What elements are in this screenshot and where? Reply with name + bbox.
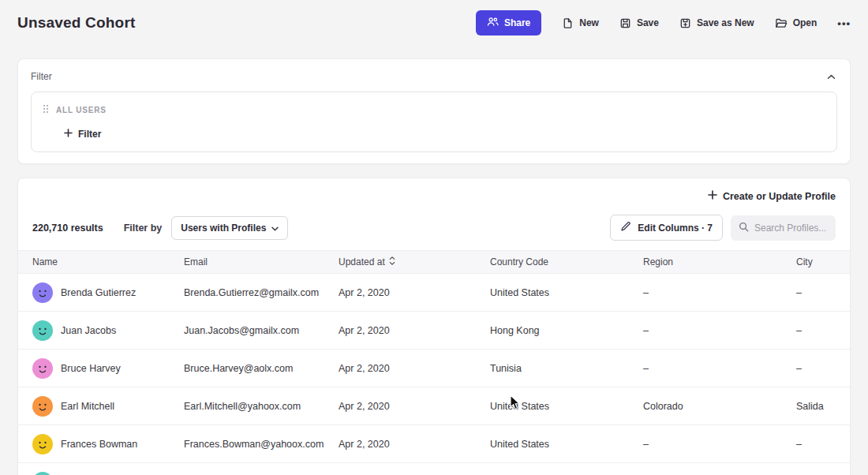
search-icon [739,221,749,235]
avatar [32,472,53,475]
save-button-label: Save [637,17,659,28]
cell-email: Frances.Bowman@yahoox.com [184,439,339,450]
column-header-region[interactable]: Region [643,256,796,267]
filter-card: Filter ALL USERS Filter [17,58,851,164]
cell-region: – [643,363,796,374]
search-profiles-box[interactable] [731,215,836,241]
cell-name: Bruce Harvey [61,363,121,374]
table-row[interactable]: Bruce Harvey Bruce.Harvey@aolx.com Apr 2… [18,350,850,387]
table-row-partial[interactable] [18,463,850,475]
results-card: Create or Update Profile 220,710 results… [17,178,851,475]
save-as-new-button[interactable]: Save as New [679,17,754,29]
results-count: 220,710 results [32,223,103,234]
share-button[interactable]: Share [476,10,541,36]
column-header-name[interactable]: Name [32,256,184,267]
cell-city: – [796,325,836,336]
new-button[interactable]: New [562,17,599,29]
cell-email: Brenda.Gutierrez@gmailx.com [184,287,339,298]
cell-updated-at: Apr 2, 2020 [339,439,490,450]
share-button-label: Share [504,17,530,28]
cell-region: – [643,325,796,336]
cell-city: – [796,287,836,298]
top-bar: Unsaved Cohort Share New [0,0,868,46]
plus-icon [64,129,73,140]
toolbar: Share New Save Save [476,10,851,36]
cell-region: – [643,439,796,450]
edit-columns-label: Edit Columns · 7 [638,223,713,234]
share-users-icon [487,17,499,29]
cell-updated-at: Apr 2, 2020 [339,325,490,336]
open-button[interactable]: Open [775,17,817,29]
cell-region: – [643,287,796,298]
table-body: Brenda Gutierrez Brenda.Gutierrez@gmailx… [18,274,850,463]
chevron-up-icon [827,70,836,82]
cell-updated-at: Apr 2, 2020 [339,363,490,374]
avatar [32,396,53,417]
cell-country-code: United States [490,287,643,298]
open-folder-icon [775,17,788,29]
table-row[interactable]: Frances Bowman Frances.Bowman@yahoox.com… [18,425,850,463]
profiles-filter-dropdown[interactable]: Users with Profiles [171,216,288,240]
table-row[interactable]: Juan Jacobs Juan.Jacobs@gmailx.com Apr 2… [18,312,850,350]
cell-city: – [796,363,836,374]
column-header-country-code[interactable]: Country Code [490,256,643,267]
sort-icon[interactable] [389,256,395,267]
cell-country-code: United States [490,439,643,450]
cell-name: Earl Mitchell [61,401,114,412]
more-options-button[interactable]: ••• [837,17,851,29]
table-header: Name Email Updated at Country Code Regio… [18,250,850,274]
cell-city: – [796,439,836,450]
avatar [32,282,53,303]
column-header-updated-at[interactable]: Updated at [339,256,490,267]
filter-card-label: Filter [31,71,52,82]
cell-name-wrap: Juan Jacobs [32,320,184,341]
edit-columns-button[interactable]: Edit Columns · 7 [610,215,723,241]
search-profiles-input[interactable] [754,223,828,234]
create-or-update-profile-label: Create or Update Profile [723,191,836,202]
open-button-label: Open [793,17,817,28]
filter-group: ALL USERS Filter [31,92,837,152]
avatar [32,358,53,379]
cell-name: Brenda Gutierrez [61,287,136,298]
table-row[interactable]: Brenda Gutierrez Brenda.Gutierrez@gmailx… [18,274,850,312]
add-filter-label: Filter [78,129,101,140]
cell-email: Juan.Jacobs@gmailx.com [184,325,339,336]
column-header-email[interactable]: Email [184,256,339,267]
save-as-new-icon [679,17,691,29]
add-filter-button[interactable]: Filter [64,129,101,140]
all-users-label: ALL USERS [56,106,107,114]
save-button[interactable]: Save [619,17,659,29]
cell-country-code: United States [490,401,643,412]
cell-email: Bruce.Harvey@aolx.com [184,363,339,374]
new-document-icon [562,17,574,29]
collapse-filter-button[interactable] [825,69,837,84]
profiles-filter-dropdown-value: Users with Profiles [181,223,266,234]
cell-name: Frances Bowman [61,439,137,450]
cell-name-wrap: Frances Bowman [32,434,184,454]
create-or-update-profile-button[interactable]: Create or Update Profile [708,190,836,202]
avatar [32,320,53,341]
page-title: Unsaved Cohort [17,14,136,32]
table-row[interactable]: Earl Mitchell Earl.Mitchell@yahoox.com A… [18,387,850,425]
cell-name-wrap: Brenda Gutierrez [32,282,184,303]
cell-updated-at: Apr 2, 2020 [339,401,490,412]
cell-region: Colorado [643,401,796,412]
pencil-icon [620,221,631,234]
save-as-new-button-label: Save as New [697,17,754,28]
filter-by-label: Filter by [124,223,163,234]
new-button-label: New [579,17,599,28]
cell-country-code: Tunisia [490,363,643,374]
avatar [32,434,53,454]
column-header-city[interactable]: City [796,256,836,267]
plus-icon [708,190,717,202]
cell-email: Earl.Mitchell@yahoox.com [184,401,339,412]
cell-updated-at: Apr 2, 2020 [339,287,490,298]
cell-country-code: Hong Kong [490,325,643,336]
save-icon [619,17,631,29]
chevron-down-icon [271,223,279,234]
cell-name-wrap: Earl Mitchell [32,396,184,417]
drag-handle-icon[interactable] [43,103,49,117]
cell-city: Salida [796,401,836,412]
cell-name: Juan Jacobs [61,325,116,336]
cell-name-wrap: Bruce Harvey [32,358,184,379]
